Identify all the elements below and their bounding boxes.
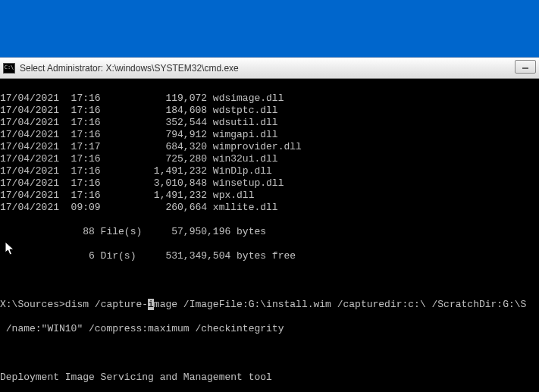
window-controls: [515, 60, 536, 74]
cmd-window: Select Administrator: X:\windows\SYSTEM3…: [0, 57, 539, 392]
file-row: 17/04/2021 09:09 260,664 xmllite.dll: [0, 202, 539, 214]
summary-dirs: 6 Dir(s) 531,349,504 bytes free: [0, 250, 539, 262]
selection-highlight: i: [148, 299, 154, 310]
cmd-text-a: dism /capture-: [65, 299, 148, 310]
command-line-1: X:\Sources>dism /capture-image /ImageFil…: [0, 299, 539, 311]
terminal-output[interactable]: 17/04/2021 17:16 119,072 wdsimage.dll17/…: [0, 79, 539, 392]
file-row: 17/04/2021 17:16 119,072 wdsimage.dll: [0, 93, 539, 105]
file-row: 17/04/2021 17:16 352,544 wdsutil.dll: [0, 117, 539, 129]
file-row: 17/04/2021 17:17 684,320 wimprovider.dll: [0, 141, 539, 153]
cmd-text-b: mage /ImageFile:G:\install.wim /captured…: [154, 299, 526, 310]
file-row: 17/04/2021 17:16 1,491,232 WinDlp.dll: [0, 165, 539, 177]
file-row: 17/04/2021 17:16 3,010,848 winsetup.dll: [0, 177, 539, 190]
prompt: X:\Sources>: [0, 299, 65, 310]
desktop-background: Select Administrator: X:\windows\SYSTEM3…: [0, 0, 539, 392]
file-row: 17/04/2021 17:16 794,912 wimgapi.dll: [0, 129, 539, 141]
file-row: 17/04/2021 17:16 725,280 win32ui.dll: [0, 153, 539, 165]
minimize-button[interactable]: [515, 60, 536, 74]
file-row: 17/04/2021 17:16 184,608 wdstptc.dll: [0, 105, 539, 117]
window-title: Select Administrator: X:\windows\SYSTEM3…: [20, 63, 239, 74]
titlebar[interactable]: Select Administrator: X:\windows\SYSTEM3…: [0, 58, 539, 79]
cmd-icon: [3, 63, 15, 74]
command-line-2: /name:"WIN10" /compress:maximum /checkin…: [0, 323, 539, 335]
file-row: 17/04/2021 17:16 1,491,232 wpx.dll: [0, 190, 539, 202]
dism-title: Deployment Image Servicing and Managemen…: [0, 372, 539, 384]
summary-files: 88 File(s) 57,950,196 bytes: [0, 226, 539, 238]
minimize-icon: [522, 63, 529, 71]
